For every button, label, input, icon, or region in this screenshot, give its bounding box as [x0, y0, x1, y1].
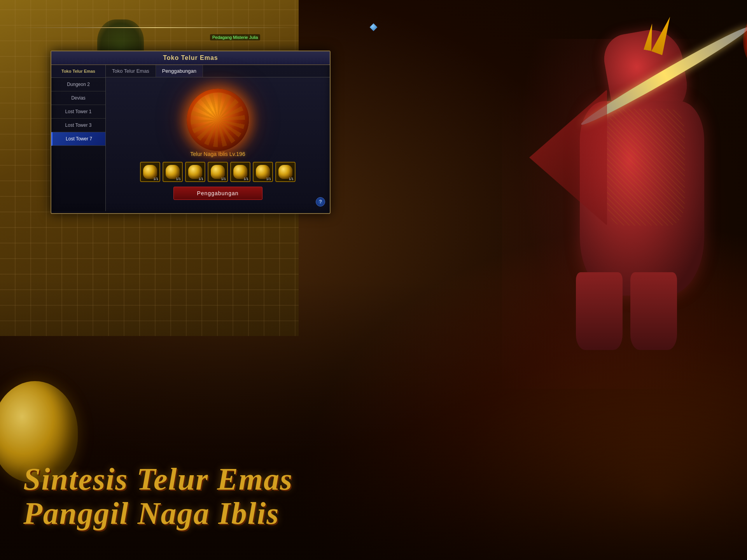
egg-count-4: 1/1	[221, 177, 226, 181]
item-showcase	[187, 89, 249, 151]
sidebar-item-lost-tower-3[interactable]: Lost Tower 3	[51, 119, 105, 132]
window-title-bar: Toko Telur Emas	[51, 51, 330, 65]
npc-label: Pedagang Misterie Julia	[210, 34, 260, 40]
game-window: Toko Telur Emas Toko Telur Emas Dungeon …	[51, 51, 331, 214]
sidebar: Toko Telur Emas Dungeon 2 Devias Lost To…	[51, 65, 106, 211]
orb-outer	[187, 89, 249, 151]
content-area: Telur Naga Iblis Lv.196 1/1 1/1 1/1	[106, 77, 330, 211]
tab-bar: Toko Telur Emas Penggabungan	[106, 65, 330, 77]
tab-penggabungan[interactable]: Penggabungan	[156, 65, 203, 77]
sidebar-item-lost-tower-7[interactable]: Lost Tower 7	[51, 132, 105, 146]
egg-count-1: 1/1	[153, 177, 158, 181]
sidebar-item-lost-tower-1[interactable]: Lost Tower 1	[51, 105, 105, 119]
egg-slot-4[interactable]: 1/1	[208, 162, 228, 182]
headline-line2: Panggil Naga Iblis	[23, 498, 336, 529]
combine-button[interactable]: Penggabungan	[173, 187, 262, 200]
main-content: Toko Telur Emas Penggabungan Telur Naga …	[106, 65, 330, 211]
egg-slot-7[interactable]: 1/1	[275, 162, 296, 182]
egg-count-7: 1/1	[289, 177, 294, 181]
egg-slot-5[interactable]: 1/1	[230, 162, 250, 182]
window-title: Toko Telur Emas	[163, 54, 218, 61]
egg-count-5: 1/1	[243, 177, 248, 181]
orb-pattern	[191, 93, 245, 147]
egg-slot-1[interactable]: 1/1	[140, 162, 160, 182]
help-icon[interactable]: ?	[316, 197, 325, 206]
egg-slot-6[interactable]: 1/1	[253, 162, 273, 182]
egg-slot-2[interactable]: 1/1	[163, 162, 183, 182]
egg-count-2: 1/1	[176, 177, 181, 181]
egg-slot-3[interactable]: 1/1	[185, 162, 205, 182]
egg-count-3: 1/1	[198, 177, 203, 181]
sidebar-item-dungeon2[interactable]: Dungeon 2	[51, 78, 105, 91]
sidebar-item-toko-telur[interactable]: Toko Telur Emas	[51, 65, 105, 78]
window-body: Toko Telur Emas Dungeon 2 Devias Lost To…	[51, 65, 330, 211]
headline-line1: Sintesis Telur Emas	[23, 464, 336, 495]
tab-toko[interactable]: Toko Telur Emas	[106, 65, 156, 77]
headline-container: Sintesis Telur Emas Panggil Naga Iblis	[23, 464, 336, 529]
egg-count-6: 1/1	[266, 177, 271, 181]
top-border-line	[12, 27, 299, 28]
dragon-warrior-art	[366, 0, 747, 560]
egg-slots-container: 1/1 1/1 1/1 1/1	[140, 162, 296, 182]
sidebar-item-devias[interactable]: Devias	[51, 91, 105, 105]
